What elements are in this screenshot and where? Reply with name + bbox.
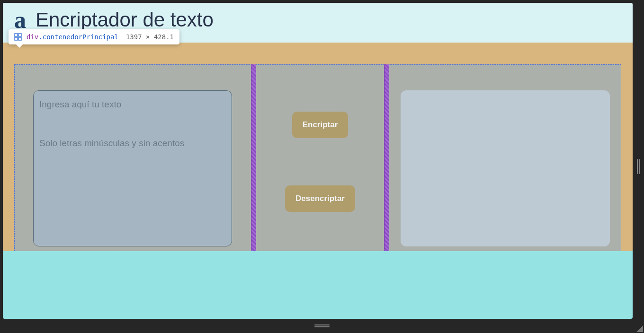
devtools-element-tooltip: div.contenedorPrincipal 1397 × 428.1 — [9, 29, 179, 44]
decrypt-button[interactable]: Desencriptar — [285, 185, 355, 212]
svg-rect-3 — [18, 37, 21, 40]
svg-rect-2 — [15, 37, 18, 40]
devtools-bottom-resize-handle[interactable] — [314, 324, 330, 327]
svg-rect-0 — [15, 34, 18, 36]
output-panel — [401, 90, 610, 246]
input-textarea[interactable]: Ingresa aquí tu texto Solo letras minúsc… — [33, 90, 232, 246]
input-column: Ingresa aquí tu texto Solo letras minúsc… — [14, 64, 251, 251]
logo-icon: a — [14, 13, 26, 27]
devtools-corner-resize-handle[interactable] — [636, 325, 643, 332]
svg-rect-1 — [18, 34, 21, 36]
vertical-divider — [251, 64, 256, 251]
devtools-dimensions: 1397 × 428.1 — [126, 33, 174, 41]
input-hint: Solo letras minúsculas y sin acentos — [39, 138, 226, 149]
buttons-column: Encriptar Desencriptar — [256, 64, 384, 251]
devtools-right-resize-handle[interactable] — [635, 159, 641, 174]
devtools-tag: div — [27, 33, 38, 41]
app-viewport: a Encriptador de texto div.contenedorPri… — [3, 3, 633, 319]
devtools-class: .contenedorPrincipal — [38, 33, 118, 41]
input-placeholder: Ingresa aquí tu texto — [39, 99, 226, 110]
grid-icon — [14, 33, 22, 41]
contenedor-principal: Ingresa aquí tu texto Solo letras minúsc… — [14, 64, 621, 251]
main-band: Ingresa aquí tu texto Solo letras minúsc… — [3, 43, 633, 251]
output-column — [389, 64, 621, 251]
encrypt-button[interactable]: Encriptar — [292, 112, 349, 138]
devtools-selector: div.contenedorPrincipal — [27, 33, 118, 41]
vertical-divider — [384, 64, 389, 251]
page-title: Encriptador de texto — [36, 9, 214, 31]
